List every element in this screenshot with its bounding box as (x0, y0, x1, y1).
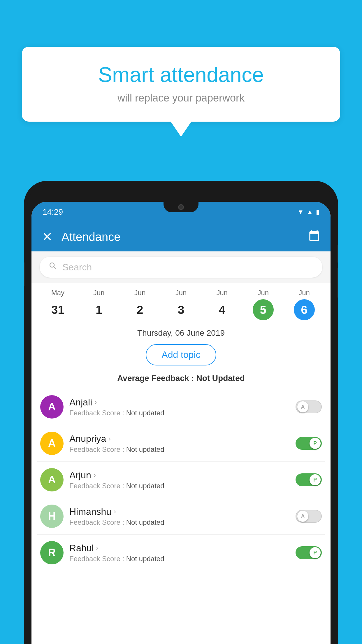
calendar-month: Jun (134, 289, 146, 297)
attendance-toggle[interactable]: A (296, 400, 322, 413)
attendance-toggle[interactable]: P (296, 473, 322, 486)
toggle-thumb: P (310, 547, 321, 558)
attendance-toggle[interactable]: P (296, 437, 322, 450)
student-item[interactable]: A Anupriya › Feedback Score : Not update… (37, 425, 325, 462)
student-item[interactable]: A Anjali › Feedback Score : Not updated … (37, 389, 325, 425)
feedback-score: Feedback Score : Not updated (69, 518, 290, 526)
student-name: Anupriya › (69, 433, 290, 444)
calendar-month: Jun (257, 289, 269, 297)
volume-down-button (338, 268, 338, 298)
volume-button (24, 262, 24, 286)
calendar-day[interactable]: Jun 1 (78, 289, 120, 320)
search-placeholder: Search (62, 262, 92, 273)
calendar-date[interactable]: 1 (88, 299, 109, 320)
feedback-score: Feedback Score : Not updated (69, 445, 290, 454)
avatar: A (40, 432, 64, 455)
bubble-subtitle: will replace your paperwork (39, 92, 323, 104)
add-topic-container: Add topic (31, 341, 331, 371)
close-button[interactable]: ✕ (42, 230, 53, 243)
student-name: Himanshu › (69, 506, 290, 517)
camera (178, 204, 184, 210)
toggle-container[interactable]: P (296, 546, 322, 559)
date-label: Thursday, 06 June 2019 (31, 323, 331, 341)
calendar-day[interactable]: Jun 5 (242, 289, 284, 320)
add-topic-button[interactable]: Add topic (146, 344, 216, 365)
notch (164, 202, 198, 212)
toggle-thumb: P (310, 438, 321, 449)
calendar-strip: May 31 Jun 1 Jun 2 Jun 3 Jun 4 Jun 5 Jun… (31, 283, 331, 323)
search-icon (48, 261, 58, 273)
toggle-container[interactable]: A (296, 510, 322, 523)
avatar: A (40, 395, 64, 419)
app-header: ✕ Attendance (31, 222, 331, 251)
phone-inner: 14:29 ▼ ▲ ▮ ✕ Attendance (27, 184, 335, 644)
speech-bubble: Smart attendance will replace your paper… (22, 47, 340, 122)
calendar-day[interactable]: Jun 2 (120, 289, 161, 320)
battery-icon: ▮ (316, 208, 319, 216)
avg-feedback-label: Average Feedback : (117, 374, 194, 383)
calendar-month: Jun (175, 289, 187, 297)
calendar-day[interactable]: May 31 (37, 289, 78, 320)
toggle-container[interactable]: P (296, 437, 322, 450)
avatar: A (40, 468, 64, 491)
calendar-month: May (51, 289, 64, 297)
student-name: Rahul › (69, 543, 290, 554)
student-info: Anjali › Feedback Score : Not updated (69, 397, 290, 417)
calendar-date[interactable]: 5 (253, 299, 274, 320)
status-bar: 14:29 ▼ ▲ ▮ (31, 202, 331, 222)
feedback-score: Feedback Score : Not updated (69, 409, 290, 417)
signal-icon: ▲ (307, 208, 313, 216)
attendance-toggle[interactable]: A (296, 510, 322, 523)
calendar-date[interactable]: 3 (171, 299, 191, 320)
avg-feedback: Average Feedback : Not Updated (31, 371, 331, 389)
calendar-date[interactable]: 6 (294, 299, 315, 320)
toggle-thumb: P (310, 474, 321, 485)
student-info: Himanshu › Feedback Score : Not updated (69, 506, 290, 526)
bubble-title: Smart attendance (39, 63, 323, 87)
student-list: A Anjali › Feedback Score : Not updated … (31, 389, 331, 571)
student-info: Rahul › Feedback Score : Not updated (69, 543, 290, 563)
calendar-date[interactable]: 2 (129, 299, 150, 320)
toggle-thumb: A (297, 511, 308, 522)
student-item[interactable]: H Himanshu › Feedback Score : Not update… (37, 498, 325, 535)
calendar-month: Jun (217, 289, 228, 297)
calendar-icon[interactable] (308, 230, 320, 244)
feedback-score: Feedback Score : Not updated (69, 482, 290, 490)
calendar-day[interactable]: Jun 3 (161, 289, 202, 320)
attendance-toggle[interactable]: P (296, 546, 322, 559)
header-title: Attendance (61, 230, 120, 244)
chevron-icon: › (96, 544, 99, 552)
calendar-month: Jun (298, 289, 310, 297)
student-item[interactable]: A Arjun › Feedback Score : Not updated P (37, 462, 325, 498)
screen: 14:29 ▼ ▲ ▮ ✕ Attendance (31, 202, 331, 644)
chevron-icon: › (108, 435, 111, 443)
student-name: Arjun › (69, 470, 290, 481)
calendar-day[interactable]: Jun 6 (284, 289, 325, 320)
toggle-container[interactable]: P (296, 473, 322, 486)
header-left: ✕ Attendance (42, 230, 120, 244)
search-container: Search (31, 251, 331, 283)
feedback-score: Feedback Score : Not updated (69, 555, 290, 563)
status-icons: ▼ ▲ ▮ (297, 208, 319, 216)
search-bar[interactable]: Search (40, 257, 322, 278)
chevron-icon: › (94, 398, 97, 406)
avatar: H (40, 505, 64, 528)
student-item[interactable]: R Rahul › Feedback Score : Not updated P (37, 535, 325, 571)
calendar-day[interactable]: Jun 4 (201, 289, 242, 320)
student-info: Arjun › Feedback Score : Not updated (69, 470, 290, 490)
avg-feedback-value: Not Updated (196, 374, 245, 383)
calendar-date[interactable]: 31 (47, 299, 68, 320)
toggle-container[interactable]: A (296, 400, 322, 413)
power-button (338, 245, 338, 262)
wifi-icon: ▼ (297, 208, 304, 216)
student-name: Anjali › (69, 397, 290, 408)
avatar: R (40, 541, 64, 564)
chevron-icon: › (114, 508, 116, 516)
student-info: Anupriya › Feedback Score : Not updated (69, 433, 290, 454)
status-time: 14:29 (43, 207, 63, 217)
speech-bubble-container: Smart attendance will replace your paper… (22, 47, 340, 122)
calendar-month: Jun (93, 289, 105, 297)
phone-frame: 14:29 ▼ ▲ ▮ ✕ Attendance (24, 181, 338, 644)
toggle-thumb: A (297, 401, 308, 412)
calendar-date[interactable]: 4 (212, 299, 233, 320)
